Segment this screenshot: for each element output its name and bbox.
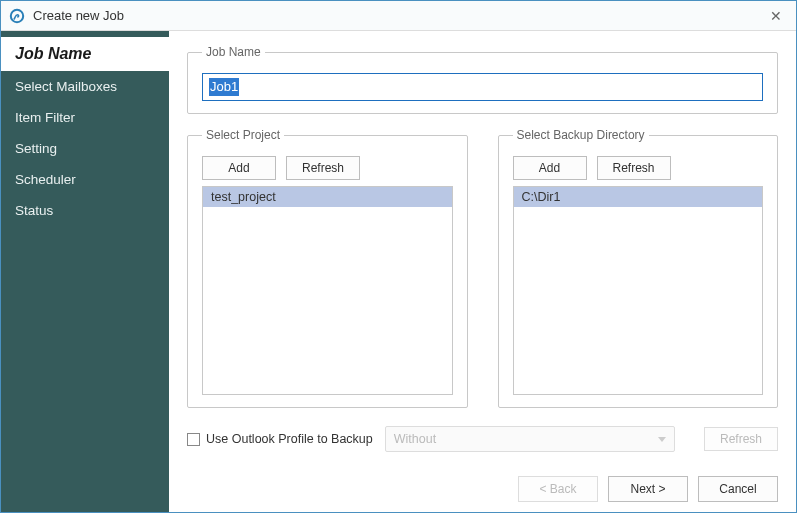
cancel-button[interactable]: Cancel (698, 476, 778, 502)
app-icon (9, 8, 25, 24)
svg-point-0 (11, 9, 23, 21)
titlebar: Create new Job ✕ (1, 1, 796, 31)
list-item[interactable]: test_project (203, 187, 452, 207)
sidebar-item-status[interactable]: Status (1, 195, 169, 226)
select-backup-directory-group: Select Backup Directory Add Refresh C:\D… (498, 128, 779, 408)
backupdir-refresh-button[interactable]: Refresh (597, 156, 671, 180)
outlook-profile-combo: Without (385, 426, 675, 452)
back-button: < Back (518, 476, 598, 502)
backupdir-add-button[interactable]: Add (513, 156, 587, 180)
sidebar-item-setting[interactable]: Setting (1, 133, 169, 164)
project-listbox[interactable]: test_project (202, 186, 453, 395)
dialog-window: Create new Job ✕ Job Name Select Mailbox… (0, 0, 797, 513)
backupdir-listbox[interactable]: C:\Dir1 (513, 186, 764, 395)
chevron-down-icon (658, 437, 666, 442)
outlook-profile-combo-value: Without (394, 432, 436, 446)
use-outlook-profile-checkbox[interactable] (187, 433, 200, 446)
sidebar-item-scheduler[interactable]: Scheduler (1, 164, 169, 195)
sidebar-item-item-filter[interactable]: Item Filter (1, 102, 169, 133)
sidebar-item-select-mailboxes[interactable]: Select Mailboxes (1, 71, 169, 102)
sidebar-item-job-name[interactable]: Job Name (1, 37, 169, 71)
job-name-legend: Job Name (202, 45, 265, 59)
use-outlook-profile-label[interactable]: Use Outlook Profile to Backup (187, 432, 373, 446)
wizard-sidebar: Job Name Select Mailboxes Item Filter Se… (1, 31, 169, 512)
job-name-group: Job Name Job1 (187, 45, 778, 114)
next-button[interactable]: Next > (608, 476, 688, 502)
outlook-profile-row: Use Outlook Profile to Backup Without Re… (187, 426, 778, 452)
wizard-footer: < Back Next > Cancel (187, 470, 778, 502)
close-icon[interactable]: ✕ (764, 6, 788, 26)
project-add-button[interactable]: Add (202, 156, 276, 180)
outlook-refresh-button: Refresh (704, 427, 778, 451)
main-panel: Job Name Job1 Select Project Add Refresh (169, 31, 796, 512)
select-backup-directory-legend: Select Backup Directory (513, 128, 649, 142)
use-outlook-profile-text: Use Outlook Profile to Backup (206, 432, 373, 446)
list-item[interactable]: C:\Dir1 (514, 187, 763, 207)
job-name-input[interactable] (202, 73, 763, 101)
select-project-legend: Select Project (202, 128, 284, 142)
project-refresh-button[interactable]: Refresh (286, 156, 360, 180)
select-project-group: Select Project Add Refresh test_project (187, 128, 468, 408)
window-title: Create new Job (33, 8, 124, 23)
